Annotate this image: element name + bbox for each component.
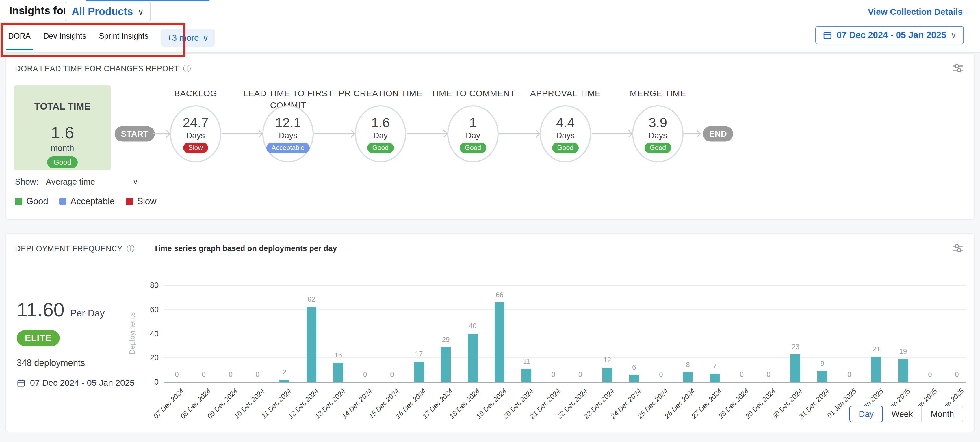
info-icon[interactable]: ⓘ bbox=[127, 244, 135, 254]
more-tabs-label: +3 more bbox=[167, 33, 199, 43]
cropped-link-remnant bbox=[86, 0, 210, 2]
legend-swatch bbox=[126, 198, 133, 205]
gridline bbox=[164, 309, 966, 310]
bar-value-label: 0 bbox=[378, 371, 407, 379]
deployments-bar-chart: 020406080Deployments007 Dec 2024008 Dec … bbox=[164, 285, 966, 382]
more-tabs-dropdown[interactable]: +3 more ∨ bbox=[161, 29, 215, 47]
bar-value-label: 17 bbox=[404, 350, 433, 358]
bar-value-label: 0 bbox=[835, 371, 864, 379]
granularity-toggle: DayWeekMonth bbox=[850, 406, 963, 422]
stage-metric-circle: 12.1DaysAcceptable bbox=[262, 105, 314, 162]
stage-unit: Days bbox=[279, 131, 297, 140]
chevron-down-icon: ∨ bbox=[951, 31, 956, 40]
flow-arrow bbox=[684, 133, 700, 134]
deployment-bar[interactable] bbox=[791, 354, 800, 382]
granularity-day-button[interactable]: Day bbox=[850, 406, 883, 422]
bar-value-label: 0 bbox=[539, 371, 568, 379]
deployment-rate-value: 11.60 bbox=[17, 298, 64, 321]
deployment-rate-unit: Per Day bbox=[70, 308, 105, 319]
chart-settings-sliders-icon[interactable] bbox=[952, 62, 964, 74]
deployment-frequency-card: DEPLOYMENT FREQUENCY ⓘ Time series graph… bbox=[5, 233, 975, 432]
stage-value: 1.6 bbox=[371, 115, 390, 130]
show-metric-dropdown[interactable]: Show: Average time ∨ bbox=[15, 177, 138, 187]
bar-value-label: 8 bbox=[673, 361, 702, 369]
flow-end-pill: END bbox=[703, 127, 733, 142]
stage-metric-circle: 4.4DaysGood bbox=[540, 105, 591, 162]
deployment-bar[interactable] bbox=[307, 307, 317, 382]
tab-dora[interactable]: DORA bbox=[8, 28, 30, 52]
bar-value-label: 0 bbox=[727, 371, 756, 379]
bar-value-label: 0 bbox=[216, 371, 245, 379]
stage-metric-circle: 24.7DaysSlow bbox=[170, 105, 221, 162]
view-collection-details-link[interactable]: View Collection Details bbox=[868, 7, 963, 17]
stage-name-label: BACKLOG bbox=[142, 88, 249, 100]
legend-item: Slow bbox=[126, 196, 156, 207]
granularity-week-button[interactable]: Week bbox=[882, 406, 922, 422]
status-legend: GoodAcceptableSlow bbox=[15, 196, 156, 207]
legend-label: Acceptable bbox=[70, 196, 115, 207]
show-label: Show: bbox=[15, 177, 38, 187]
date-range-picker[interactable]: 07 Dec 2024 - 05 Jan 2025 ∨ bbox=[815, 26, 964, 44]
bar-value-label: 19 bbox=[889, 347, 918, 355]
info-icon[interactable]: ⓘ bbox=[183, 63, 191, 74]
deployment-bar[interactable] bbox=[441, 347, 451, 382]
stage-name-label: PR CREATION TIME bbox=[327, 88, 434, 100]
deployment-bar[interactable] bbox=[817, 371, 827, 382]
stage-unit: Days bbox=[649, 131, 667, 140]
granularity-month-button[interactable]: Month bbox=[921, 406, 963, 422]
stage-unit: Day bbox=[466, 131, 480, 140]
stage-metric-circle: 3.9DaysGood bbox=[632, 105, 684, 162]
deployment-bar[interactable] bbox=[898, 359, 908, 382]
total-time-status-badge: Good bbox=[47, 156, 78, 168]
legend-swatch bbox=[59, 198, 67, 205]
chart-title: Time series graph based on deployments p… bbox=[154, 244, 337, 253]
bar-value-label: 0 bbox=[189, 371, 218, 379]
deployment-bar[interactable] bbox=[333, 363, 343, 382]
deployment-bar[interactable] bbox=[495, 303, 504, 382]
stage-status-badge: Good bbox=[460, 143, 486, 153]
deployment-card-title: DEPLOYMENT FREQUENCY bbox=[15, 244, 123, 253]
product-selector-dropdown[interactable]: All Products ∨ bbox=[65, 2, 151, 21]
legend-label: Good bbox=[26, 196, 48, 207]
total-time-label: TOTAL TIME bbox=[34, 101, 91, 112]
deployment-bar[interactable] bbox=[522, 369, 531, 382]
deployment-bar[interactable] bbox=[468, 334, 477, 382]
flow-arrow bbox=[499, 133, 539, 134]
deployment-bar[interactable] bbox=[629, 375, 639, 382]
flow-arrow bbox=[314, 133, 354, 134]
chart-settings-sliders-icon[interactable] bbox=[952, 242, 964, 254]
deployment-bar[interactable] bbox=[602, 368, 612, 382]
bar-value-label: 23 bbox=[781, 343, 810, 351]
stage-value: 1 bbox=[469, 115, 477, 130]
deployment-bar[interactable] bbox=[683, 372, 693, 382]
bar-value-label: 21 bbox=[862, 345, 891, 353]
flow-arrow bbox=[407, 133, 447, 134]
tab-dev-insights[interactable]: Dev Insights bbox=[43, 28, 86, 52]
bar-value-label: 11 bbox=[512, 357, 541, 365]
product-selector-value: All Products bbox=[72, 5, 133, 17]
flow-arrow bbox=[592, 133, 632, 134]
stage-status-badge: Slow bbox=[183, 143, 208, 153]
calendar-icon bbox=[17, 379, 25, 387]
legend-item: Acceptable bbox=[59, 196, 115, 207]
total-time-unit: month bbox=[51, 143, 74, 153]
bar-value-label: 9 bbox=[808, 360, 837, 368]
legend-swatch bbox=[15, 198, 22, 205]
performance-tier-badge: ELITE bbox=[17, 330, 60, 346]
stage-name-label: MERGE TIME bbox=[605, 88, 711, 100]
bar-value-label: 0 bbox=[916, 371, 945, 379]
y-axis-tick-label: 0 bbox=[154, 378, 159, 387]
deployment-bar[interactable] bbox=[414, 361, 424, 382]
stage-name-label: APPROVAL TIME bbox=[512, 88, 619, 100]
stage-value: 4.4 bbox=[556, 115, 575, 130]
deployment-bar[interactable] bbox=[279, 380, 289, 382]
bar-value-label: 0 bbox=[942, 371, 971, 379]
stage-metric-circle: 1DayGood bbox=[447, 105, 499, 162]
bar-value-label: 66 bbox=[485, 291, 514, 299]
y-axis-tick-label: 80 bbox=[150, 281, 159, 290]
deployment-bar[interactable] bbox=[871, 356, 881, 382]
deployment-bar[interactable] bbox=[710, 374, 720, 382]
bar-value-label: 0 bbox=[647, 371, 676, 379]
lead-time-card-title: DORA LEAD TIME FOR CHANGES REPORT bbox=[15, 64, 179, 73]
tab-sprint-insights[interactable]: Sprint Insights bbox=[99, 28, 148, 52]
